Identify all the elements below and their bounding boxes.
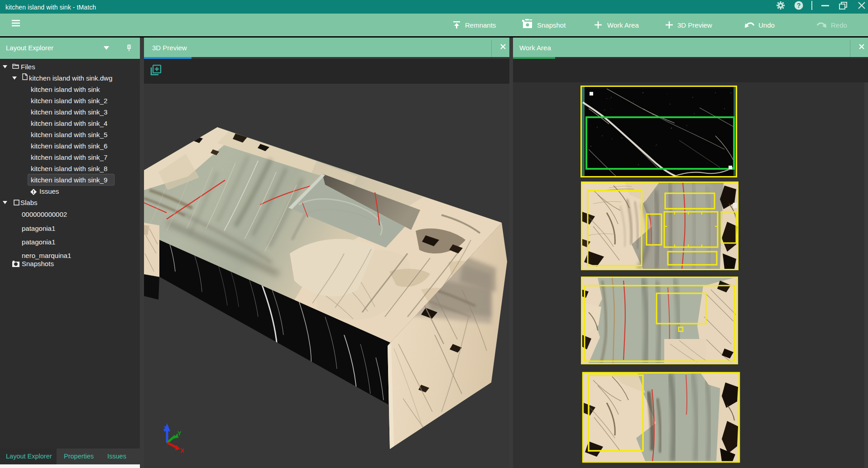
svg-text:Z: Z [163, 425, 167, 432]
svg-text:X: X [180, 447, 184, 454]
svg-text:Y: Y [177, 430, 182, 437]
svg-text:?: ? [797, 2, 801, 9]
